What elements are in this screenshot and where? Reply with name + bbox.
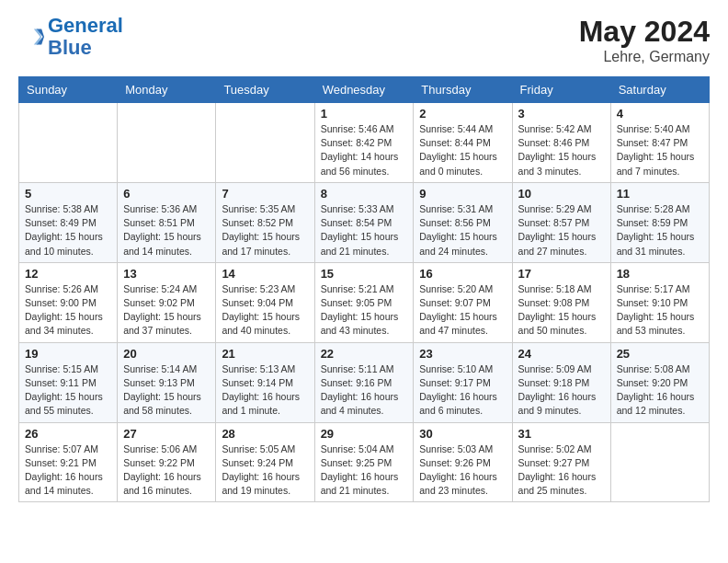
logo: General Blue — [18, 15, 123, 59]
day-info: Sunrise: 5:09 AM Sunset: 9:18 PM Dayligh… — [518, 362, 605, 419]
day-info: Sunrise: 5:26 AM Sunset: 9:00 PM Dayligh… — [25, 282, 111, 339]
day-number: 18 — [617, 267, 703, 281]
calendar-cell: 28Sunrise: 5:05 AM Sunset: 9:24 PM Dayli… — [216, 422, 314, 502]
col-monday: Monday — [118, 77, 216, 103]
day-number: 20 — [123, 347, 210, 361]
calendar-cell: 8Sunrise: 5:33 AM Sunset: 8:54 PM Daylig… — [314, 182, 414, 262]
day-info: Sunrise: 5:10 AM Sunset: 9:17 PM Dayligh… — [419, 362, 506, 419]
calendar-cell: 6Sunrise: 5:36 AM Sunset: 8:51 PM Daylig… — [118, 182, 216, 262]
day-info: Sunrise: 5:42 AM Sunset: 8:46 PM Dayligh… — [518, 122, 605, 178]
day-number: 24 — [518, 347, 605, 361]
day-number: 15 — [321, 267, 408, 281]
calendar-cell: 22Sunrise: 5:11 AM Sunset: 9:16 PM Dayli… — [314, 342, 414, 422]
day-info: Sunrise: 5:44 AM Sunset: 8:44 PM Dayligh… — [419, 122, 506, 178]
day-info: Sunrise: 5:13 AM Sunset: 9:14 PM Dayligh… — [222, 362, 308, 419]
calendar-table: Sunday Monday Tuesday Wednesday Thursday… — [18, 76, 710, 502]
day-info: Sunrise: 5:38 AM Sunset: 8:49 PM Dayligh… — [25, 202, 111, 259]
calendar-cell: 26Sunrise: 5:07 AM Sunset: 9:21 PM Dayli… — [19, 422, 118, 502]
logo-text: General Blue — [48, 15, 123, 59]
day-number: 22 — [321, 347, 408, 361]
calendar-cell: 27Sunrise: 5:06 AM Sunset: 9:22 PM Dayli… — [118, 422, 216, 502]
day-info: Sunrise: 5:28 AM Sunset: 8:59 PM Dayligh… — [617, 202, 703, 259]
calendar-cell: 14Sunrise: 5:23 AM Sunset: 9:04 PM Dayli… — [216, 262, 314, 342]
calendar-cell: 25Sunrise: 5:08 AM Sunset: 9:20 PM Dayli… — [610, 342, 709, 422]
day-number: 13 — [123, 267, 210, 281]
col-sunday: Sunday — [19, 77, 118, 103]
day-info: Sunrise: 5:29 AM Sunset: 8:57 PM Dayligh… — [518, 202, 605, 259]
day-info: Sunrise: 5:40 AM Sunset: 8:47 PM Dayligh… — [617, 122, 703, 178]
calendar-week-row-4: 19Sunrise: 5:15 AM Sunset: 9:11 PM Dayli… — [19, 342, 710, 422]
day-number: 5 — [25, 187, 111, 201]
calendar-cell — [216, 103, 314, 183]
day-number: 9 — [419, 187, 506, 201]
day-number: 11 — [617, 187, 703, 201]
day-info: Sunrise: 5:08 AM Sunset: 9:20 PM Dayligh… — [617, 362, 703, 419]
day-info: Sunrise: 5:11 AM Sunset: 9:16 PM Dayligh… — [321, 362, 408, 419]
calendar-cell: 11Sunrise: 5:28 AM Sunset: 8:59 PM Dayli… — [610, 182, 709, 262]
day-number: 3 — [518, 107, 605, 121]
calendar-cell: 3Sunrise: 5:42 AM Sunset: 8:46 PM Daylig… — [512, 103, 610, 183]
day-info: Sunrise: 5:20 AM Sunset: 9:07 PM Dayligh… — [419, 282, 506, 339]
title-block: May 2024 Lehre, Germany — [579, 15, 710, 65]
day-number: 30 — [419, 427, 506, 441]
col-wednesday: Wednesday — [314, 77, 414, 103]
calendar-header-row: Sunday Monday Tuesday Wednesday Thursday… — [19, 77, 710, 103]
calendar-cell: 23Sunrise: 5:10 AM Sunset: 9:17 PM Dayli… — [414, 342, 512, 422]
calendar-cell: 15Sunrise: 5:21 AM Sunset: 9:05 PM Dayli… — [314, 262, 414, 342]
day-info: Sunrise: 5:14 AM Sunset: 9:13 PM Dayligh… — [123, 362, 210, 419]
calendar-cell: 17Sunrise: 5:18 AM Sunset: 9:08 PM Dayli… — [512, 262, 610, 342]
header: General Blue May 2024 Lehre, Germany — [18, 15, 710, 65]
calendar-cell: 1Sunrise: 5:46 AM Sunset: 8:42 PM Daylig… — [314, 103, 414, 183]
day-info: Sunrise: 5:05 AM Sunset: 9:24 PM Dayligh… — [222, 442, 308, 499]
day-number: 17 — [518, 267, 605, 281]
calendar-cell — [118, 103, 216, 183]
day-info: Sunrise: 5:18 AM Sunset: 9:08 PM Dayligh… — [518, 282, 605, 339]
calendar-cell: 24Sunrise: 5:09 AM Sunset: 9:18 PM Dayli… — [512, 342, 610, 422]
day-number: 27 — [123, 427, 210, 441]
location-title: Lehre, Germany — [579, 49, 710, 65]
calendar-cell: 20Sunrise: 5:14 AM Sunset: 9:13 PM Dayli… — [118, 342, 216, 422]
calendar-cell: 9Sunrise: 5:31 AM Sunset: 8:56 PM Daylig… — [414, 182, 512, 262]
day-info: Sunrise: 5:03 AM Sunset: 9:26 PM Dayligh… — [419, 442, 506, 499]
day-info: Sunrise: 5:15 AM Sunset: 9:11 PM Dayligh… — [25, 362, 111, 419]
calendar-cell: 31Sunrise: 5:02 AM Sunset: 9:27 PM Dayli… — [512, 422, 610, 502]
logo-part1: General — [48, 14, 123, 37]
day-number: 29 — [321, 427, 408, 441]
day-number: 10 — [518, 187, 605, 201]
calendar-week-row-3: 12Sunrise: 5:26 AM Sunset: 9:00 PM Dayli… — [19, 262, 710, 342]
calendar-cell: 21Sunrise: 5:13 AM Sunset: 9:14 PM Dayli… — [216, 342, 314, 422]
calendar-cell: 12Sunrise: 5:26 AM Sunset: 9:00 PM Dayli… — [19, 262, 118, 342]
calendar-cell: 13Sunrise: 5:24 AM Sunset: 9:02 PM Dayli… — [118, 262, 216, 342]
calendar-cell: 18Sunrise: 5:17 AM Sunset: 9:10 PM Dayli… — [610, 262, 709, 342]
day-number: 12 — [25, 267, 111, 281]
calendar-cell: 19Sunrise: 5:15 AM Sunset: 9:11 PM Dayli… — [19, 342, 118, 422]
month-title: May 2024 — [579, 15, 710, 49]
day-info: Sunrise: 5:33 AM Sunset: 8:54 PM Dayligh… — [321, 202, 408, 259]
calendar-cell — [610, 422, 709, 502]
day-info: Sunrise: 5:17 AM Sunset: 9:10 PM Dayligh… — [617, 282, 703, 339]
day-number: 2 — [419, 107, 506, 121]
day-info: Sunrise: 5:24 AM Sunset: 9:02 PM Dayligh… — [123, 282, 210, 339]
day-info: Sunrise: 5:07 AM Sunset: 9:21 PM Dayligh… — [25, 442, 111, 499]
calendar-cell: 29Sunrise: 5:04 AM Sunset: 9:25 PM Dayli… — [314, 422, 414, 502]
day-info: Sunrise: 5:21 AM Sunset: 9:05 PM Dayligh… — [321, 282, 408, 339]
calendar-cell — [19, 103, 118, 183]
day-info: Sunrise: 5:35 AM Sunset: 8:52 PM Dayligh… — [222, 202, 308, 259]
day-number: 19 — [25, 347, 111, 361]
col-tuesday: Tuesday — [216, 77, 314, 103]
day-number: 16 — [419, 267, 506, 281]
col-friday: Friday — [512, 77, 610, 103]
calendar-cell: 7Sunrise: 5:35 AM Sunset: 8:52 PM Daylig… — [216, 182, 314, 262]
col-saturday: Saturday — [610, 77, 709, 103]
day-number: 6 — [123, 187, 210, 201]
calendar-cell: 10Sunrise: 5:29 AM Sunset: 8:57 PM Dayli… — [512, 182, 610, 262]
logo-icon — [18, 24, 44, 50]
logo-part2: Blue — [48, 36, 92, 59]
day-number: 14 — [222, 267, 308, 281]
day-info: Sunrise: 5:02 AM Sunset: 9:27 PM Dayligh… — [518, 442, 605, 499]
day-number: 31 — [518, 427, 605, 441]
day-info: Sunrise: 5:04 AM Sunset: 9:25 PM Dayligh… — [321, 442, 408, 499]
page: General Blue May 2024 Lehre, Germany Sun… — [0, 0, 728, 521]
day-number: 28 — [222, 427, 308, 441]
calendar-cell: 2Sunrise: 5:44 AM Sunset: 8:44 PM Daylig… — [414, 103, 512, 183]
